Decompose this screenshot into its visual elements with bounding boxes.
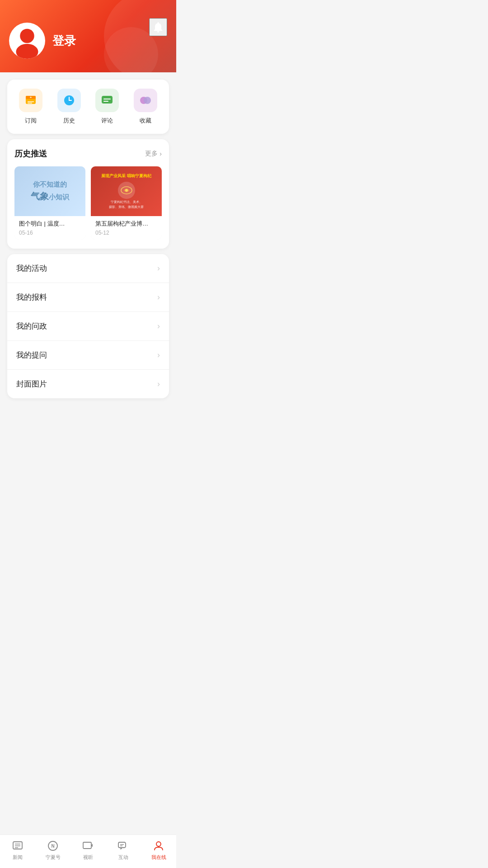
news-thumb-1: 你不知道的气象小知识 <box>14 166 85 216</box>
menu-label-question: 我的提问 <box>16 350 47 360</box>
svg-point-0 <box>20 29 34 43</box>
nav-label-interact: 互动 <box>118 854 128 861</box>
menu-list: 我的活动 › 我的报料 › 我的问政 › 我的提问 › 封面图片 › <box>7 254 169 398</box>
quick-action-subscribe[interactable]: + 订阅 <box>12 89 50 125</box>
news-thumb-2: 展现产业风采 唱响宁夏枸杞 宁夏枸杞书法、美术、摄影、剪纸、微视频大赛 <box>91 166 162 216</box>
svg-text:+: + <box>30 95 32 99</box>
comment-icon-wrap <box>95 89 119 112</box>
interact-icon-svg <box>117 840 129 852</box>
history-section: 历史推送 更多 › 你不知道的气象小知识 图个明白 | 温度… 05-16 展现… <box>7 139 169 249</box>
red-top: 展现产业风采 唱响宁夏枸杞 <box>101 173 151 179</box>
subscribe-icon: + <box>24 94 38 107</box>
svg-point-26 <box>156 842 161 846</box>
collect-icon-wrap <box>134 89 157 112</box>
collect-label: 收藏 <box>140 117 151 125</box>
nav-item-me[interactable]: 我在线 <box>141 840 176 861</box>
bell-icon <box>152 21 164 33</box>
chevron-right-icon: › <box>160 150 162 157</box>
avatar-icon <box>11 25 43 57</box>
history-icon <box>62 94 76 107</box>
menu-item-report[interactable]: 我的报料 › <box>7 283 169 312</box>
chevron-right-icon-qgov: › <box>157 321 160 331</box>
news-info-1: 图个明白 | 温度… 05-16 <box>14 216 85 240</box>
history-icon-wrap <box>57 89 81 112</box>
chevron-right-icon-report: › <box>157 292 160 302</box>
news-info-2: 第五届枸杞产业博… 05-12 <box>91 216 162 240</box>
login-label[interactable]: 登录 <box>52 33 76 49</box>
interact-nav-icon <box>117 840 130 852</box>
quick-actions-card: + 订阅 历史 评论 <box>7 80 169 134</box>
news-date-2: 05-12 <box>95 230 157 236</box>
thumb-main-1: 你不知道的气象小知识 <box>31 179 69 203</box>
nav-item-interact[interactable]: 互动 <box>106 840 141 861</box>
video-icon-svg <box>82 840 94 852</box>
menu-label-cover: 封面图片 <box>16 379 47 389</box>
me-nav-icon <box>152 840 165 852</box>
menu-item-cover[interactable]: 封面图片 › <box>7 370 169 398</box>
nav-item-ningxia[interactable]: N 宁夏号 <box>35 840 70 861</box>
menu-label-question-gov: 我的问政 <box>16 321 47 331</box>
more-link[interactable]: 更多 › <box>145 150 162 158</box>
menu-item-question[interactable]: 我的提问 › <box>7 341 169 370</box>
thumb-overlay-1: 你不知道的气象小知识 <box>14 166 85 216</box>
ningxia-nav-icon: N <box>47 840 59 852</box>
news-title-1: 图个明白 | 温度… <box>19 220 81 228</box>
menu-label-activity: 我的活动 <box>16 263 47 274</box>
bottom-nav: 新闻 N 宁夏号 视听 互动 <box>0 835 176 868</box>
svg-point-1 <box>16 44 38 59</box>
nav-item-video[interactable]: 视听 <box>70 840 106 861</box>
svg-point-14 <box>125 189 128 192</box>
subscribe-label: 订阅 <box>25 117 37 125</box>
menu-label-report: 我的报料 <box>16 292 47 302</box>
nav-label-video: 视听 <box>83 854 93 861</box>
nav-label-news: 新闻 <box>13 854 23 861</box>
svg-rect-23 <box>118 842 126 848</box>
news-nav-icon <box>11 840 24 852</box>
menu-item-question-gov[interactable]: 我的问政 › <box>7 312 169 341</box>
menu-item-activity[interactable]: 我的活动 › <box>7 254 169 283</box>
thumb-overlay-2: 展现产业风采 唱响宁夏枸杞 宁夏枸杞书法、美术、摄影、剪纸、微视频大赛 <box>91 166 162 216</box>
ningxia-icon-svg: N <box>47 840 59 852</box>
svg-point-12 <box>144 97 151 104</box>
nav-label-me: 我在线 <box>151 854 166 861</box>
news-card-2[interactable]: 展现产业风采 唱响宁夏枸杞 宁夏枸杞书法、美术、摄影、剪纸、微视频大赛 第五届枸… <box>91 166 162 240</box>
quick-action-comment[interactable]: 评论 <box>88 89 127 125</box>
svg-text:N: N <box>51 844 54 849</box>
subscribe-icon-wrap: + <box>19 89 42 112</box>
red-sub: 宁夏枸杞书法、美术、摄影、剪纸、微视频大赛 <box>109 200 144 209</box>
comment-icon <box>100 94 114 107</box>
notification-button[interactable] <box>149 18 167 36</box>
news-grid: 你不知道的气象小知识 图个明白 | 温度… 05-16 展现产业风采 唱响宁夏枸… <box>14 166 162 240</box>
comment-label: 评论 <box>101 117 113 125</box>
more-label: 更多 <box>145 150 158 158</box>
news-icon-svg <box>12 840 23 852</box>
nav-item-news[interactable]: 新闻 <box>0 840 35 861</box>
nav-label-ningxia: 宁夏号 <box>46 854 61 861</box>
svg-rect-21 <box>83 842 91 849</box>
event-logo-icon <box>120 186 133 195</box>
chevron-right-icon-cover: › <box>157 379 160 389</box>
me-icon-svg <box>153 840 164 852</box>
collect-icon <box>139 94 152 107</box>
chevron-right-icon-question: › <box>157 350 160 360</box>
profile-header: 登录 <box>0 0 176 72</box>
section-header: 历史推送 更多 › <box>14 148 162 159</box>
news-date-1: 05-16 <box>19 230 81 236</box>
chevron-right-icon-activity: › <box>157 264 160 273</box>
quick-action-history[interactable]: 历史 <box>50 89 89 125</box>
history-label: 历史 <box>63 117 75 125</box>
news-title-2: 第五届枸杞产业博… <box>95 220 157 228</box>
profile-row[interactable]: 登录 <box>9 23 167 59</box>
news-card-1[interactable]: 你不知道的气象小知识 图个明白 | 温度… 05-16 <box>14 166 85 240</box>
avatar <box>9 23 45 59</box>
video-nav-icon <box>82 840 94 852</box>
quick-action-collect[interactable]: 收藏 <box>127 89 165 125</box>
svg-rect-8 <box>102 96 113 104</box>
section-title: 历史推送 <box>14 148 47 159</box>
